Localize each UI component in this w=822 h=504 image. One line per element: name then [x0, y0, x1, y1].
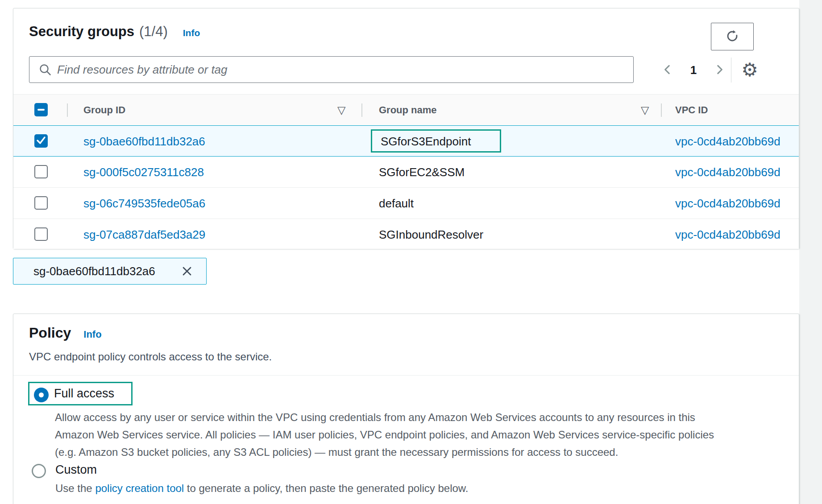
table-row[interactable]: sg-07ca887daf5ed3a29 SGInboundResolver v…	[13, 219, 799, 249]
custom-label[interactable]: Custom	[55, 460, 97, 479]
table-row[interactable]: sg-0bae60fbd11db32a6 SGforS3Endpoint vpc…	[13, 125, 799, 157]
group-name: SGforEC2&SSM	[379, 157, 465, 188]
token-label: sg-0bae60fbd11db32a6	[33, 258, 155, 284]
column-divider	[661, 103, 662, 117]
full-access-radio[interactable]	[34, 388, 49, 402]
vpc-id-link[interactable]: vpc-0cd4ab20bb69d	[675, 219, 798, 250]
pager-divider	[731, 58, 731, 83]
search-box	[29, 56, 634, 83]
column-header-vpc-id: VPC ID	[675, 95, 708, 126]
vpc-endpoint-page: Security groups (1/4) Info	[0, 0, 822, 504]
policy-panel: Policy Info VPC endpoint policy controls…	[13, 314, 799, 504]
full-access-label[interactable]: Full access	[54, 382, 114, 405]
group-id-link[interactable]: sg-0bae60fbd11db32a6	[83, 126, 205, 157]
previous-page-button[interactable]	[659, 61, 677, 79]
select-all-checkbox[interactable]	[34, 103, 48, 116]
policy-info-link[interactable]: Info	[83, 329, 101, 340]
policy-titlebar: Policy Info	[29, 325, 102, 341]
section-divider	[13, 375, 799, 376]
close-icon	[180, 273, 194, 279]
right-gutter	[799, 0, 822, 504]
column-header-group-id[interactable]: Group ID	[83, 95, 125, 126]
table-row[interactable]: sg-06c749535fede05a6 default vpc-0cd4ab2…	[13, 188, 799, 219]
refresh-icon	[725, 29, 739, 45]
security-groups-title: Security groups	[29, 24, 134, 40]
group-name: SGInboundResolver	[379, 219, 483, 250]
current-page: 1	[684, 61, 703, 79]
token-close-button[interactable]	[180, 264, 194, 278]
gear-icon: ⚙	[737, 58, 762, 83]
full-access-description-line: (e.g. Amazon S3 bucket policies, any S3 …	[55, 446, 618, 459]
security-groups-titlebar: Security groups (1/4) Info	[29, 24, 200, 40]
group-id-link[interactable]: sg-07ca887daf5ed3a29	[83, 219, 205, 250]
settings-button[interactable]: ⚙	[737, 58, 762, 83]
column-divider	[361, 103, 362, 117]
search-input[interactable]	[56, 58, 627, 82]
chevron-right-icon	[714, 64, 725, 77]
security-groups-info-link[interactable]: Info	[183, 28, 200, 38]
table-header: Group ID ▽ Group name ▽ VPC ID	[13, 94, 799, 125]
sort-icon-group-id[interactable]: ▽	[337, 95, 345, 126]
row-checkbox[interactable]	[34, 227, 48, 241]
check-icon	[34, 133, 48, 149]
refresh-button[interactable]	[711, 23, 754, 50]
security-groups-selected-count: (1/4)	[139, 24, 168, 40]
group-name: SGforS3Endpoint	[381, 126, 471, 157]
indeterminate-mark	[37, 109, 45, 111]
next-page-button[interactable]	[710, 61, 728, 79]
full-access-description-line: Amazon Web Services service. All policie…	[55, 428, 714, 442]
custom-radio[interactable]	[32, 464, 46, 478]
row-checkbox[interactable]	[34, 196, 48, 210]
chevron-left-icon	[662, 64, 673, 77]
full-access-description-line: Allow access by any user or service with…	[55, 411, 695, 424]
group-id-link[interactable]: sg-06c749535fede05a6	[83, 188, 205, 219]
column-header-group-name[interactable]: Group name	[379, 95, 437, 126]
custom-description-suffix: to generate a policy, then paste the gen…	[184, 482, 468, 494]
group-id-link[interactable]: sg-000f5c0275311c828	[83, 157, 204, 188]
vpc-id-link[interactable]: vpc-0cd4ab20bb69d	[675, 188, 798, 219]
custom-description-prefix: Use the	[55, 482, 95, 494]
row-checkbox-checked[interactable]	[34, 134, 48, 148]
policy-title: Policy	[29, 325, 71, 341]
row-checkbox[interactable]	[34, 165, 48, 178]
security-groups-panel: Security groups (1/4) Info	[13, 8, 799, 249]
sort-icon-group-name[interactable]: ▽	[641, 95, 649, 126]
policy-creation-tool-link[interactable]: policy creation tool	[95, 482, 184, 494]
selected-group-token: sg-0bae60fbd11db32a6	[13, 258, 207, 285]
group-name: default	[379, 188, 414, 219]
vpc-id-link[interactable]: vpc-0cd4ab20bb69d	[675, 157, 798, 188]
custom-description: Use the policy creation tool to generate…	[55, 482, 469, 495]
table-row[interactable]: sg-000f5c0275311c828 SGforEC2&SSM vpc-0c…	[13, 157, 799, 188]
column-divider	[67, 103, 68, 117]
policy-subtitle: VPC endpoint policy controls access to t…	[29, 351, 272, 363]
vpc-id-link[interactable]: vpc-0cd4ab20bb69d	[675, 126, 798, 157]
